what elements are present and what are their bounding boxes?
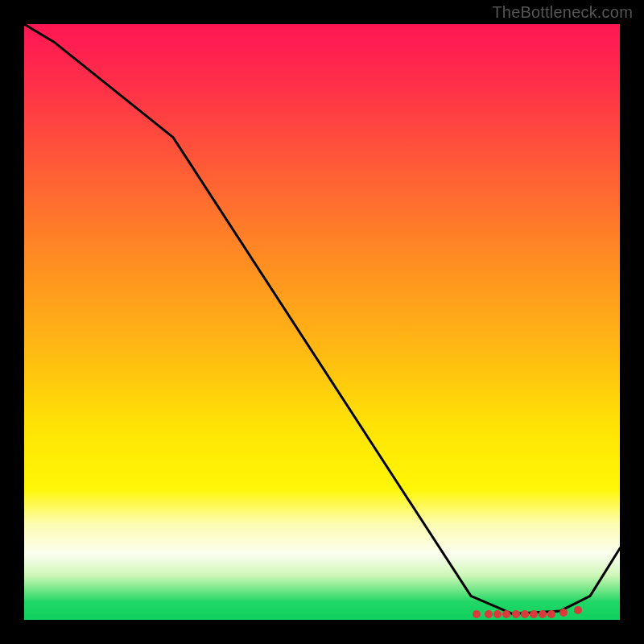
data-marker: [473, 610, 481, 618]
data-marker: [539, 610, 547, 618]
data-marker: [512, 610, 520, 618]
data-marker: [530, 610, 538, 618]
data-marker: [502, 610, 510, 618]
data-marker: [574, 606, 582, 614]
data-marker: [521, 610, 529, 618]
plot-area: [24, 24, 620, 620]
data-marker: [493, 610, 502, 618]
attribution-text: TheBottleneck.com: [492, 3, 633, 22]
data-marker: [485, 610, 493, 618]
data-marker: [559, 609, 568, 617]
chart-container: TheBottleneck.com: [0, 0, 644, 644]
marker-layer: [24, 24, 620, 620]
data-marker: [547, 610, 555, 618]
